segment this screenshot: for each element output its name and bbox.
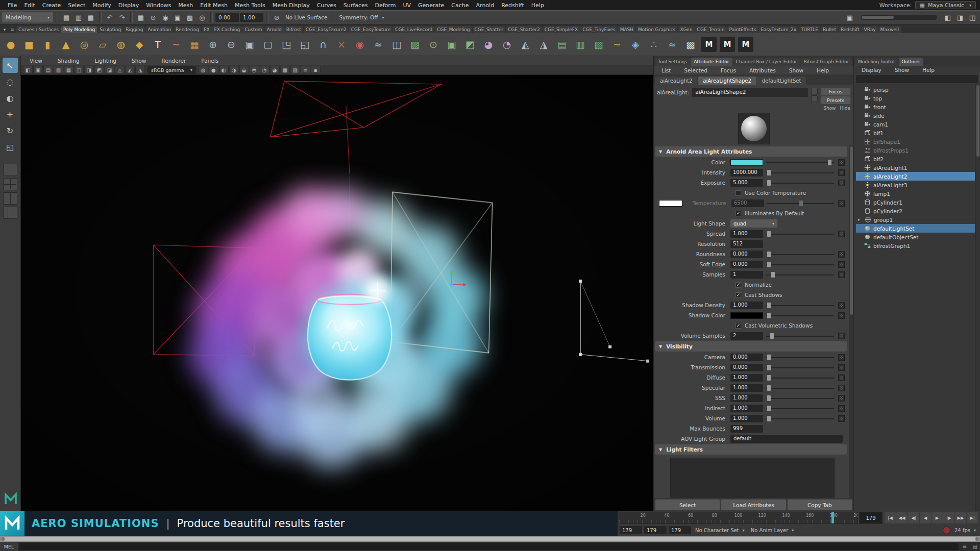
- shelf-icon-normals[interactable]: ◮: [535, 35, 552, 54]
- shelf-icon-quad-draw[interactable]: ▨: [406, 35, 424, 54]
- resolution-field[interactable]: 512: [730, 240, 763, 248]
- outliner-menu-display[interactable]: Display: [858, 67, 885, 73]
- roundness-map-button[interactable]: [838, 251, 845, 258]
- shelf-icon-poly-cube[interactable]: ■: [20, 35, 38, 54]
- viewport-menu-view[interactable]: View: [26, 58, 46, 64]
- menu-mesh-tools[interactable]: Mesh Tools: [231, 2, 269, 9]
- shelf-icon-freeze-transform[interactable]: ▣: [443, 35, 460, 54]
- outliner-item-bif2[interactable]: bif2: [856, 155, 975, 163]
- ae-menu-list[interactable]: List: [658, 67, 674, 73]
- gamma-icon[interactable]: ▪: [311, 66, 321, 74]
- time-slider[interactable]: 20406080100120140160180200: [619, 512, 858, 524]
- move-tool[interactable]: +: [3, 107, 18, 122]
- anim-layer-selector[interactable]: No Anim Layer▾: [749, 528, 796, 533]
- character-set-selector[interactable]: No Character Set▾: [693, 528, 747, 533]
- outliner-item-bifrostprops1[interactable]: bifrostProps1: [856, 146, 975, 155]
- menu-cache[interactable]: Cache: [448, 2, 472, 9]
- snap-view-plane-button[interactable]: ▩: [184, 12, 195, 23]
- slider-handle[interactable]: [767, 416, 771, 421]
- shelf-tab-bullet[interactable]: Bullet: [821, 26, 838, 33]
- shelf-icon-target-weld[interactable]: ◉: [351, 35, 369, 54]
- shelf-icon-poly-cylinder[interactable]: ▮: [39, 35, 56, 54]
- slider-handle[interactable]: [767, 180, 771, 186]
- range-end-grip[interactable]: [975, 537, 978, 541]
- load-attributes-button[interactable]: Load Attributes: [721, 499, 786, 510]
- input-field-x[interactable]: 0.00: [215, 13, 239, 22]
- show-link[interactable]: Show: [823, 106, 836, 111]
- shelf-tab-xgen[interactable]: XGen: [678, 26, 694, 33]
- shelf-icon-sculpt-tool[interactable]: ◕: [480, 35, 497, 54]
- view-cube-icon[interactable]: ◧: [23, 66, 33, 74]
- ae-menu-show[interactable]: Show: [786, 67, 807, 73]
- slider-handle[interactable]: [767, 231, 771, 237]
- exposure-icon[interactable]: ≡: [301, 66, 310, 74]
- safe-action-icon[interactable]: ◭: [125, 66, 135, 74]
- color-swatch[interactable]: [730, 159, 763, 166]
- swap-node-icon[interactable]: [811, 95, 818, 102]
- fps-selector[interactable]: 24 fps▾: [952, 528, 978, 533]
- soft-edge-slider[interactable]: [766, 261, 834, 268]
- shelf-tab-cge-shatter[interactable]: CGE_Shatter: [473, 26, 506, 33]
- menu-deform[interactable]: Deform: [371, 2, 399, 9]
- outliner-item-cam1[interactable]: cam1: [856, 120, 975, 129]
- volume-samples-field[interactable]: 2: [730, 332, 763, 340]
- outliner-menu-help[interactable]: Help: [919, 67, 938, 73]
- intensity-field[interactable]: 1000.000: [730, 169, 763, 177]
- attribute-editor-scroll-area[interactable]: ▼Arnold Area Light AttributesColorIntens…: [654, 145, 853, 498]
- transmission-field[interactable]: 0.000: [730, 364, 763, 371]
- node-tab-aiarealight2[interactable]: aiAreaLight2: [655, 77, 697, 85]
- shelf-tab-cge-terrain[interactable]: CGE_Terrain: [695, 26, 727, 33]
- range-slider[interactable]: [0, 536, 980, 542]
- select-tool[interactable]: ↖: [3, 58, 18, 73]
- step-back-key-button[interactable]: ◀◀: [896, 512, 908, 523]
- camera-map-button[interactable]: [838, 354, 845, 361]
- node-name-field[interactable]: aiAreaLightShape2: [692, 88, 808, 97]
- snap-curve-button[interactable]: ⊙: [148, 12, 159, 23]
- safe-title-icon[interactable]: ◮: [135, 66, 145, 74]
- slider-handle[interactable]: [767, 375, 771, 381]
- tool-mode-selector[interactable]: Modeling▾: [2, 12, 53, 22]
- viewport-menu-shading[interactable]: Shading: [54, 58, 83, 64]
- node-tab-defaultlightset[interactable]: defaultLightSet: [757, 77, 806, 85]
- shelf-tab-rigging[interactable]: Rigging: [124, 26, 145, 33]
- shelf-icon-duplicate[interactable]: ◩: [461, 35, 479, 54]
- lighting-icon[interactable]: ◑: [229, 66, 239, 74]
- shelf-icon-multi-cut[interactable]: ×: [333, 35, 350, 54]
- range-field-3[interactable]: 179: [669, 526, 691, 534]
- samples-field[interactable]: 1: [730, 271, 763, 279]
- step-back-frame-button[interactable]: ◀|: [908, 512, 919, 523]
- temperature-field[interactable]: 6500: [731, 199, 764, 207]
- shelf-icon-uv-layout[interactable]: ▧: [590, 35, 607, 54]
- menu-uv[interactable]: UV: [399, 2, 414, 9]
- section-header-visibility[interactable]: ▼Visibility: [655, 341, 847, 352]
- render-settings-button[interactable]: ◫: [967, 12, 978, 23]
- section-header-light-filters[interactable]: ▼Light Filters: [655, 444, 847, 455]
- outliner-item-lamp1[interactable]: lamp1: [856, 189, 975, 198]
- outliner-item-bifshape1[interactable]: bifShape1: [856, 137, 975, 146]
- go-to-range-end-button[interactable]: ▶|: [967, 512, 978, 523]
- slider-handle[interactable]: [767, 252, 771, 257]
- outliner-item-defaultobjectset[interactable]: defaultObjectSet: [856, 233, 975, 241]
- shelf-icon-fluids[interactable]: ≈: [664, 35, 681, 54]
- menu-help[interactable]: Help: [528, 2, 548, 9]
- shelf-tab-custom[interactable]: Custom: [242, 26, 264, 33]
- ae-menu-help[interactable]: Help: [813, 67, 832, 73]
- spread-map-button[interactable]: [838, 231, 845, 237]
- copy-tab-button[interactable]: Copy Tab: [788, 499, 852, 510]
- specular-slider[interactable]: [766, 384, 834, 392]
- range-field-2[interactable]: 179: [644, 526, 667, 534]
- bookmark-icon[interactable]: ▥: [54, 66, 63, 74]
- menu-generate[interactable]: Generate: [414, 2, 448, 9]
- shelf-tab-rendering[interactable]: Rendering: [174, 26, 201, 33]
- menu-curves[interactable]: Curves: [313, 2, 340, 9]
- xray-icon[interactable]: ▨: [290, 66, 300, 74]
- sss-field[interactable]: 1.000: [730, 394, 763, 402]
- indirect-field[interactable]: 1.000: [730, 405, 763, 412]
- cast-shadows-checkbox[interactable]: ✓: [736, 292, 741, 298]
- resolution-gate-icon[interactable]: ◩: [94, 66, 104, 74]
- camera-slider[interactable]: [766, 354, 834, 361]
- two-d-pan-icon[interactable]: ◫: [74, 66, 84, 74]
- transmission-slider[interactable]: [766, 364, 834, 371]
- viewport-menu-panels[interactable]: Panels: [198, 58, 222, 64]
- snap-grid-button[interactable]: ▦: [135, 12, 146, 23]
